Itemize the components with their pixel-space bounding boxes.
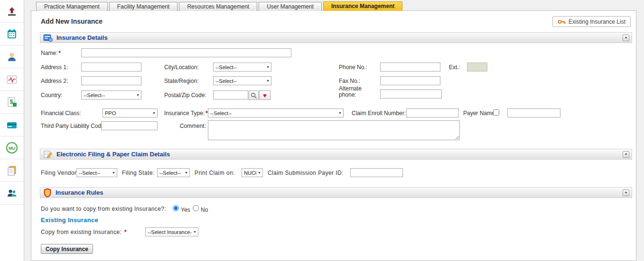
filing-vendor-select[interactable]: --Select--▼ xyxy=(76,168,117,177)
chevron-down-icon: ▼ xyxy=(256,171,262,174)
calendar-icon xyxy=(6,28,18,40)
third-party-liability-input[interactable] xyxy=(101,121,158,130)
tab-resources-management[interactable]: Resources Management xyxy=(179,2,257,11)
collapse-insurance-details-button[interactable]: ▾ xyxy=(623,35,629,41)
chevron-down-icon: ▼ xyxy=(337,111,343,115)
tab-facility-management[interactable]: Facility Management xyxy=(109,2,178,11)
shield-icon xyxy=(43,188,52,198)
efiling-title: Electronic Filing & Paper Claim Details xyxy=(56,151,170,158)
insurance-details-title: Insurance Details xyxy=(56,34,108,41)
city-label: City/Location: xyxy=(164,64,199,71)
country-select[interactable]: --Select--▼ xyxy=(81,90,141,99)
left-icon-sidebar: $ MU xyxy=(0,0,24,261)
chevron-down-icon: ▾ xyxy=(625,190,627,195)
chevron-down-icon: ▾ xyxy=(625,152,627,156)
copy-existing-insurance-select[interactable]: --Select Insurance--▼ xyxy=(145,227,198,236)
chevron-down-icon: ▼ xyxy=(265,79,271,82)
sidebar-item-scheduler[interactable] xyxy=(0,23,24,45)
copy-yes-radio[interactable] xyxy=(173,205,179,211)
chevron-down-icon: ▼ xyxy=(111,171,117,174)
copy-insurance-button[interactable]: Copy Insurance xyxy=(41,244,93,254)
kiosk-upload-icon xyxy=(6,6,18,17)
tab-user-management[interactable]: User Management xyxy=(259,2,322,11)
country-label: Country: xyxy=(41,92,62,99)
billing-dollar-icon: $ xyxy=(6,97,18,108)
financial-class-select[interactable]: PPO▼ xyxy=(103,108,158,117)
fax-label: Fax No.: xyxy=(339,78,360,84)
insurance-rules-section-header: Insurance Rules ▾ xyxy=(40,187,632,198)
postal-favorites-button[interactable]: ♥ xyxy=(259,90,271,100)
sidebar-item-user-admin[interactable] xyxy=(0,182,24,205)
city-select[interactable]: --Select--▼ xyxy=(213,63,271,72)
existing-insurance-heading: Existing Insurance xyxy=(41,216,98,224)
postal-label: Postal/Zip Code: xyxy=(164,92,206,99)
svg-text:MU: MU xyxy=(9,146,15,151)
insurance-type-label: Insurance Type:* xyxy=(164,110,208,117)
name-input[interactable] xyxy=(81,48,291,57)
address2-label: Address 2: xyxy=(41,78,68,84)
claim-enroll-input[interactable] xyxy=(406,108,459,117)
collapse-efiling-button[interactable]: ▾ xyxy=(623,151,629,158)
sidebar-item-patient-vitals[interactable] xyxy=(0,68,24,91)
insurance-type-select[interactable]: --Select--▼ xyxy=(208,108,344,117)
insurance-details-icon xyxy=(43,34,53,42)
address2-input[interactable] xyxy=(81,76,141,85)
postal-search-button[interactable] xyxy=(249,90,259,100)
claim-enroll-label: Claim Enroll Number: xyxy=(352,110,406,117)
ext-label: Ext.: xyxy=(449,64,460,71)
sidebar-item-meaningful-use[interactable]: MU xyxy=(0,136,24,159)
address1-input[interactable] xyxy=(81,63,141,72)
postal-input[interactable] xyxy=(213,90,248,99)
search-icon xyxy=(251,92,257,99)
comment-textarea[interactable] xyxy=(208,120,460,140)
print-claim-on-select[interactable]: NUCC▼ xyxy=(242,168,263,177)
payer-name-input[interactable] xyxy=(507,108,560,117)
fax-input[interactable] xyxy=(380,76,440,85)
insurance-rules-title: Insurance Rules xyxy=(56,189,103,196)
collapse-insurance-rules-button[interactable]: ▾ xyxy=(623,189,629,196)
print-claim-on-label: Print Claim on: xyxy=(195,170,235,176)
third-party-liability-label: Third Party Liability Code: xyxy=(41,123,106,129)
chevron-down-icon: ▼ xyxy=(135,93,141,97)
sidebar-item-provider[interactable] xyxy=(0,45,24,68)
filing-state-select[interactable]: --Select--▼ xyxy=(157,168,190,177)
doctor-icon xyxy=(6,51,18,63)
phone-input[interactable] xyxy=(380,63,440,72)
existing-insurance-list-label: Existing Insurance List xyxy=(569,18,625,25)
vitals-chart-icon xyxy=(6,74,18,85)
tab-insurance-management[interactable]: Insurance Management xyxy=(323,1,402,11)
financial-class-label: Financial Class: xyxy=(41,110,81,117)
sidebar-item-documents[interactable] xyxy=(0,159,24,182)
insurance-details-section-header: Insurance Details ▾ xyxy=(40,32,632,43)
efiling-pencil-icon xyxy=(43,150,53,159)
existing-insurance-list-button[interactable]: Existing Insurance List xyxy=(552,16,631,27)
chevron-down-icon: ▼ xyxy=(265,65,271,69)
efiling-section-header: Electronic Filing & Paper Claim Details … xyxy=(40,149,632,160)
copy-no-radio[interactable] xyxy=(193,205,199,211)
tab-bar: Practice Management Facility Management … xyxy=(36,1,402,11)
mu-icon: MU xyxy=(6,142,18,154)
key-icon xyxy=(558,19,566,25)
sidebar-item-billing[interactable]: $ xyxy=(0,91,24,114)
payer-name-checkbox[interactable] xyxy=(493,109,499,116)
copy-from-existing-label: Copy from existing Insurance: * xyxy=(41,229,127,235)
phone-label: Phone No.: xyxy=(339,64,367,71)
copy-yes-label: Yes xyxy=(181,207,190,213)
filing-state-label: Filing State: xyxy=(122,170,155,176)
add-new-insurance-panel: Add New Insurance Existing Insurance Lis… xyxy=(31,10,636,261)
copy-no-label: No xyxy=(201,207,208,213)
state-select[interactable]: --Select--▼ xyxy=(213,76,271,85)
heart-icon: ♥ xyxy=(263,92,267,99)
claim-submission-payer-id-label: Claim Submission Payer ID: xyxy=(268,170,344,176)
credit-card-icon xyxy=(6,119,18,131)
page-title: Add New Insurance xyxy=(41,18,103,25)
sidebar-item-patient-checkin[interactable] xyxy=(0,0,24,23)
sidebar-item-payments[interactable] xyxy=(0,114,24,136)
tab-practice-management[interactable]: Practice Management xyxy=(36,2,108,11)
alternate-phone-input[interactable] xyxy=(380,90,442,99)
copy-question-label: Do you want to copy from existing Insura… xyxy=(41,206,166,212)
claim-submission-payer-id-input[interactable] xyxy=(350,168,403,177)
chevron-down-icon: ▼ xyxy=(183,171,189,174)
users-icon xyxy=(6,188,18,199)
comment-label: Comment: xyxy=(174,123,206,129)
